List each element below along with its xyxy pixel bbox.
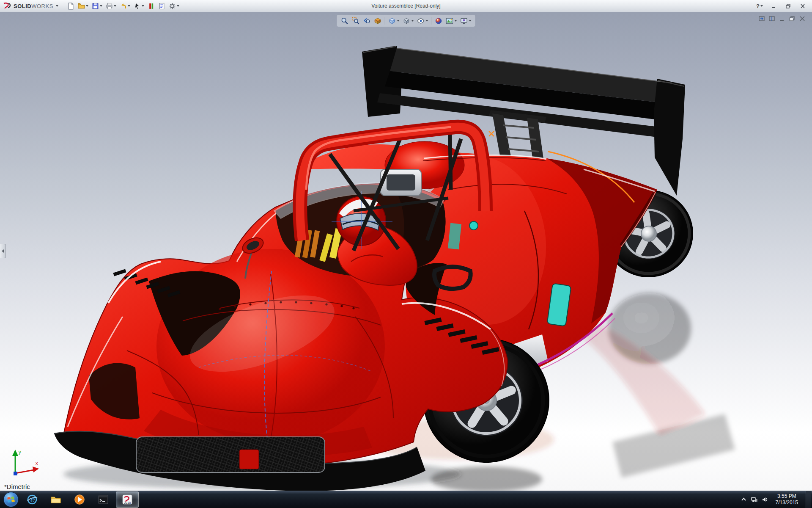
help-caret[interactable] [760, 5, 763, 7]
main-toolbar [62, 1, 181, 11]
select-caret[interactable] [142, 5, 144, 7]
minimize-document-button[interactable] [778, 15, 786, 22]
split-view-button[interactable] [768, 15, 776, 22]
restore-document-icon [789, 16, 795, 21]
solidworks-2015-icon: 2015 [121, 494, 133, 505]
print-caret[interactable] [114, 5, 116, 7]
close-document-icon [799, 16, 805, 21]
rebuild-icon [148, 3, 155, 10]
restore-button[interactable] [782, 2, 794, 10]
svg-text:e: e [30, 495, 35, 504]
start-button[interactable] [3, 492, 19, 507]
restore-document-button[interactable] [788, 15, 796, 22]
open-folder-icon [78, 3, 85, 10]
select-button[interactable] [132, 1, 145, 11]
clock-time: 3:55 PM [776, 493, 798, 500]
section-view-button[interactable] [373, 16, 383, 26]
hide-show-eye-icon [417, 17, 425, 25]
dash-cyan-button [469, 221, 478, 230]
media-player-icon [74, 494, 85, 505]
edit-appearance-button[interactable] [433, 16, 444, 26]
display-style-icon [403, 17, 411, 25]
close-document-button[interactable] [798, 15, 806, 22]
close-button[interactable] [797, 2, 809, 10]
options-button[interactable] [167, 1, 181, 11]
taskbar-clock[interactable]: 3:55 PM 7/13/2015 [772, 493, 801, 506]
file-properties-icon [158, 3, 165, 10]
minimize-icon [771, 4, 776, 8]
open-button[interactable] [77, 1, 90, 11]
triad-x-arrow [33, 467, 39, 472]
appearance-ball-icon [435, 17, 443, 25]
select-cursor-icon [134, 3, 141, 10]
view-settings-caret[interactable] [469, 20, 472, 22]
undo-caret[interactable] [128, 5, 130, 7]
hide-show-caret[interactable] [426, 20, 428, 22]
previous-view-icon [363, 17, 371, 25]
flyout-arrow-icon [2, 249, 4, 253]
solidworks-logo: SOLIDWORKS [0, 2, 62, 10]
rebuild-button[interactable] [146, 1, 156, 11]
previous-view-button[interactable] [362, 16, 372, 26]
volume-tray-icon[interactable] [762, 497, 768, 502]
triad-z-dot [14, 472, 17, 475]
solidworks-taskbar-button[interactable]: 2015 [116, 491, 139, 508]
undo-icon [120, 3, 127, 10]
options-caret[interactable] [177, 5, 179, 7]
solidworks-window: SOLIDWORKS [0, 0, 812, 508]
save-icon [92, 3, 99, 10]
undo-button[interactable] [118, 1, 132, 11]
view-orientation-label: *Dimetric [4, 483, 30, 490]
hidden-icons-caret-icon [741, 497, 747, 502]
folder-icon [50, 494, 62, 505]
save-caret[interactable] [100, 5, 102, 7]
display-style-caret[interactable] [411, 20, 414, 22]
expand-panes-button[interactable] [758, 15, 765, 22]
media-player-button[interactable] [69, 492, 91, 507]
solidworks-logo-icon [3, 2, 12, 10]
file-properties-button[interactable] [157, 1, 167, 11]
minimize-button[interactable] [768, 2, 780, 10]
internet-explorer-button[interactable]: e [21, 492, 43, 507]
zoom-to-area-icon [352, 17, 360, 25]
hide-show-items-button[interactable] [416, 16, 430, 26]
headsup-toolbar [337, 15, 475, 27]
help-button[interactable]: ? [754, 2, 765, 10]
nose-grille [136, 437, 325, 472]
headsup-separator [385, 17, 385, 25]
zoom-to-area-button[interactable] [351, 16, 361, 26]
volume-icon [762, 497, 768, 502]
command-window-button[interactable] [92, 492, 114, 507]
apply-scene-caret[interactable] [455, 20, 457, 22]
windows-flag-icon [7, 496, 15, 503]
section-view-icon [374, 17, 382, 25]
show-desktop-button[interactable] [806, 491, 811, 508]
featuremanager-flyout-tab[interactable] [0, 244, 6, 258]
view-orientation-cube-icon [388, 17, 396, 25]
split-view-icon [769, 16, 775, 21]
reference-triad[interactable]: y x [6, 446, 45, 481]
hidden-icons-button[interactable] [741, 497, 747, 502]
view-orientation-button[interactable] [387, 16, 401, 26]
new-document-button[interactable] [66, 1, 76, 11]
graphics-area[interactable]: y x *Dimetric [0, 12, 812, 491]
svg-text:2015: 2015 [124, 501, 131, 505]
restore-icon [786, 4, 791, 8]
display-style-button[interactable] [401, 16, 415, 26]
network-tray-icon[interactable] [751, 497, 757, 502]
titlebar[interactable]: SOLIDWORKS [0, 0, 812, 12]
apply-scene-button[interactable] [444, 16, 458, 26]
windows-explorer-button[interactable] [45, 492, 67, 507]
clock-date: 7/13/2015 [776, 500, 798, 506]
system-tray: 3:55 PM 7/13/2015 [741, 491, 812, 508]
view-settings-button[interactable] [459, 16, 473, 26]
triad-y-arrow [12, 450, 18, 456]
taskbar: e [0, 491, 812, 508]
model-race-car[interactable] [0, 12, 812, 491]
print-button[interactable] [104, 1, 118, 11]
menu-flyout-caret[interactable] [56, 5, 58, 7]
zoom-to-fit-button[interactable] [340, 16, 350, 26]
view-orientation-caret[interactable] [397, 20, 400, 22]
save-button[interactable] [91, 1, 104, 11]
open-caret[interactable] [86, 5, 88, 7]
